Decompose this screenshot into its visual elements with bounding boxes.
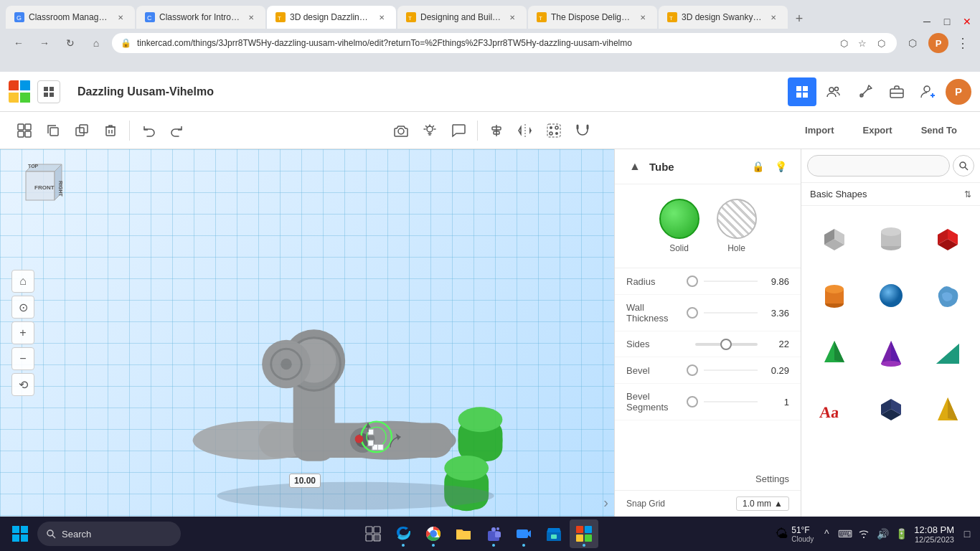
tray-battery-icon[interactable]: 🔋 — [894, 527, 908, 541]
close-button[interactable]: ✕ — [960, 14, 974, 29]
sides-slider-thumb[interactable] — [720, 339, 732, 350]
duplicate-button[interactable] — [69, 118, 95, 143]
shape-item-cylinder-orange[interactable] — [807, 268, 861, 322]
light-button[interactable] — [417, 118, 443, 143]
taskbar-clock[interactable]: 12:08 PM 12/25/2023 — [914, 524, 954, 544]
notification-icon[interactable]: □ — [960, 527, 974, 541]
tray-network-icon[interactable] — [857, 527, 871, 541]
briefcase-button[interactable] — [882, 77, 911, 106]
solid-option[interactable]: Solid — [659, 199, 699, 253]
shape-item-box-red[interactable] — [920, 212, 974, 265]
add-shape-button[interactable] — [11, 118, 37, 143]
zoom-indicator — [522, 544, 525, 547]
snap-button[interactable] — [570, 118, 595, 143]
tray-chevron-icon[interactable]: ^ — [819, 527, 834, 541]
home-button[interactable]: ⌂ — [86, 33, 106, 53]
taskbar-edge[interactable] — [389, 519, 418, 548]
add-user-button[interactable] — [914, 77, 943, 106]
taskbar-tinkercad[interactable] — [570, 519, 598, 548]
grid-view-button[interactable] — [788, 77, 816, 106]
url-bar[interactable]: 🔒 tinkercad.com/things/3Jprr8TW5Hy-dazzl… — [112, 33, 897, 53]
undo-button[interactable] — [136, 118, 161, 143]
taskbar-search[interactable]: Search — [37, 522, 181, 546]
delete-button[interactable] — [98, 118, 123, 143]
bevel-radio[interactable] — [687, 364, 698, 376]
wall-thickness-radio[interactable] — [687, 307, 698, 319]
taskbar-task-view[interactable] — [359, 519, 387, 548]
sides-slider[interactable] — [695, 343, 758, 346]
tab-dispose-close[interactable]: ✕ — [637, 11, 649, 23]
tab-3d-dazzling[interactable]: T 3D design Dazzling U... ✕ — [267, 6, 396, 29]
tab-classwork[interactable]: C Classwork for Intro t... ✕ — [136, 6, 265, 29]
shape-item-pyramid-yellow[interactable] — [920, 382, 974, 435]
tools-button[interactable] — [851, 77, 880, 106]
tab-classroom[interactable]: G Classroom Managem... ✕ — [6, 6, 135, 29]
tab-designing-close[interactable]: ✕ — [507, 11, 518, 23]
taskbar-teams[interactable] — [479, 519, 508, 548]
tab-swanky[interactable]: T 3D design Swanky W... ✕ — [659, 6, 788, 29]
shape-item-cone-purple[interactable] — [864, 325, 918, 379]
mirror-button[interactable] — [512, 118, 538, 143]
taskbar-zoom[interactable] — [509, 519, 538, 548]
taskbar-store[interactable] — [540, 519, 568, 548]
browser-menu-button[interactable]: ⋮ — [954, 34, 971, 52]
tab-classroom-close[interactable]: ✕ — [115, 11, 126, 23]
profile-button[interactable]: P — [928, 33, 948, 53]
comment-button[interactable] — [446, 118, 471, 143]
shape-item-box-worn[interactable] — [807, 212, 861, 265]
shape-item-cylinder[interactable] — [864, 212, 918, 265]
forward-button[interactable]: → — [34, 33, 55, 53]
extensions-button[interactable]: ⬡ — [903, 33, 923, 53]
shape-category-dropdown[interactable]: Basic Shapes ⇅ — [801, 183, 980, 206]
shape-item-sphere-blue[interactable] — [864, 268, 918, 322]
copy-button[interactable] — [40, 118, 66, 143]
tab-dispose[interactable]: T The Dispose Delight... ✕ — [528, 6, 657, 29]
redo-button[interactable] — [164, 118, 190, 143]
snap-grid-value[interactable]: 1.0 mm ▲ — [736, 496, 789, 511]
user-avatar[interactable]: P — [946, 79, 971, 105]
prop-collapse-button[interactable]: ▲ — [626, 158, 644, 175]
maximize-button[interactable]: □ — [940, 14, 954, 29]
shape-item-pyramid-green[interactable] — [807, 325, 861, 379]
bevel-segments-radio[interactable] — [687, 396, 698, 408]
back-button[interactable]: ← — [9, 33, 29, 53]
settings-link[interactable]: Settings — [755, 474, 789, 484]
tab-swanky-close[interactable]: ✕ — [768, 11, 779, 23]
bookmark-icon[interactable]: ☆ — [855, 36, 870, 50]
radius-radio[interactable] — [687, 276, 698, 287]
start-button[interactable] — [6, 519, 34, 548]
refresh-button[interactable]: ↻ — [60, 33, 80, 53]
shape-item-ramp-teal[interactable] — [920, 325, 974, 379]
shape-search-input[interactable] — [807, 155, 950, 176]
grid-list-toggle[interactable] — [37, 80, 60, 103]
tab-designing[interactable]: T Designing and Build... ✕ — [397, 6, 527, 29]
minimize-button[interactable]: ─ — [920, 14, 934, 29]
new-tab-button[interactable]: + — [789, 9, 809, 29]
tab-3d-dazzling-close[interactable]: ✕ — [376, 11, 387, 23]
camera-button[interactable] — [388, 118, 414, 143]
tray-keyboard-icon[interactable]: ⌨ — [838, 527, 852, 541]
tinkercad-logo[interactable] — [9, 80, 32, 103]
3d-viewport[interactable]: FRONT TOP RIGHT ⌂ ⊙ + − ⟲ — [0, 149, 614, 517]
weather-widget[interactable]: 🌤 51°F Cloudy — [776, 525, 814, 543]
shape-item-irregular-blue[interactable] — [920, 268, 974, 322]
tab-classwork-close[interactable]: ✕ — [245, 11, 257, 23]
prop-lock-button[interactable]: 🔒 — [749, 158, 766, 175]
scroll-handle[interactable]: › — [603, 494, 608, 511]
import-button[interactable]: Import — [793, 121, 845, 140]
hole-option[interactable]: Hole — [717, 199, 757, 253]
prop-light-button[interactable]: 💡 — [772, 158, 789, 175]
export-button[interactable]: Export — [852, 121, 904, 140]
shape-item-text-red[interactable]: Aa — [807, 382, 861, 435]
screen-cast-icon[interactable]: ⬡ — [837, 36, 851, 50]
taskbar-chrome[interactable] — [419, 519, 448, 548]
send-to-button[interactable]: Send To — [910, 121, 969, 140]
extensions-icon[interactable]: ⬡ — [874, 36, 888, 50]
community-button[interactable] — [819, 77, 848, 106]
group-button[interactable] — [541, 118, 567, 143]
shape-search-button[interactable] — [953, 155, 974, 176]
align-button[interactable] — [484, 118, 509, 143]
taskbar-file-explorer[interactable] — [449, 519, 478, 548]
shape-item-box-navy[interactable] — [864, 382, 918, 435]
tray-volume-icon[interactable]: 🔊 — [875, 527, 890, 541]
